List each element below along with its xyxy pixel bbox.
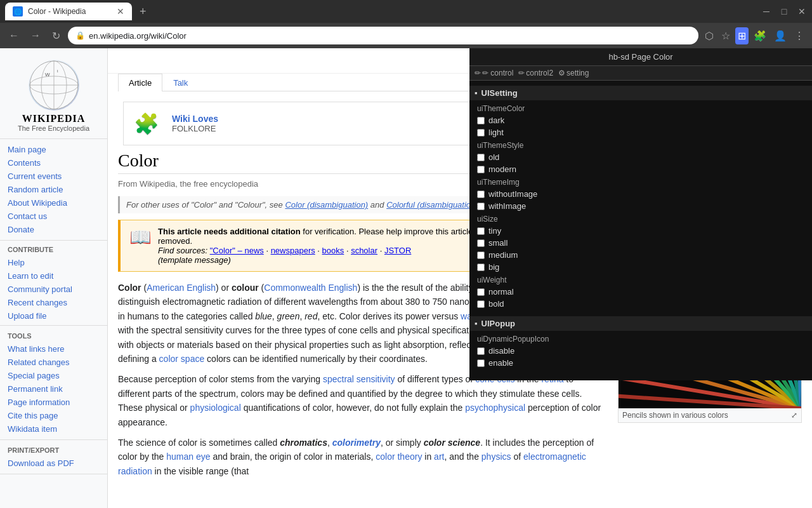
sidebar-item-main-page[interactable]: Main page bbox=[0, 143, 107, 156]
wikipedia-tagline: The Free Encyclopedia bbox=[5, 124, 102, 132]
tiny-checkbox[interactable] bbox=[477, 227, 485, 235]
normal-checkbox[interactable] bbox=[477, 288, 485, 296]
link-commonwealth-english[interactable]: Commonwealth English bbox=[264, 283, 357, 293]
without-image-label: withoutImage bbox=[488, 189, 537, 199]
sidebar-item-help[interactable]: Help bbox=[0, 256, 107, 269]
link-psychophysical[interactable]: psychophysical bbox=[465, 403, 525, 413]
find-sources-link-newspapers[interactable]: newspapers bbox=[271, 246, 315, 255]
without-image-checkbox[interactable] bbox=[477, 190, 485, 198]
link-physiological[interactable]: physiological bbox=[190, 403, 241, 413]
toolbar-actions: ⬡ ☆ ⊞ 🧩 👤 ⋮ bbox=[702, 27, 807, 44]
theme-style-modern[interactable]: modern bbox=[477, 163, 804, 175]
theme-color-light[interactable]: light bbox=[477, 126, 804, 138]
sidebar-item-current-events[interactable]: Current events bbox=[0, 170, 107, 183]
popup-control1-link[interactable]: ✏ ✏ control bbox=[475, 69, 513, 77]
disambig-link-color[interactable]: Color (disambiguation) bbox=[285, 200, 368, 210]
sidebar-item-community-portal[interactable]: Community portal bbox=[0, 283, 107, 296]
link-color-theory[interactable]: color theory bbox=[376, 451, 422, 462]
size-medium[interactable]: medium bbox=[477, 249, 804, 261]
theme-with-image[interactable]: withImage bbox=[477, 200, 804, 212]
sidebar-item-download-pdf[interactable]: Download as PDF bbox=[0, 457, 107, 470]
size-tiny[interactable]: tiny bbox=[477, 225, 804, 237]
sidebar-item-contact[interactable]: Contact us bbox=[0, 210, 107, 223]
small-checkbox[interactable] bbox=[477, 239, 485, 247]
close-tab-icon[interactable]: ✕ bbox=[117, 6, 124, 17]
enable-label: enable bbox=[488, 358, 513, 368]
tab-article[interactable]: Article bbox=[118, 74, 162, 91]
address-bar[interactable]: 🔒 en.wikipedia.org/wiki/Color bbox=[68, 27, 698, 44]
ui-setting-collapse-icon: ▪ bbox=[475, 88, 478, 98]
link-american-english[interactable]: American English bbox=[147, 283, 216, 293]
extensions-button[interactable]: ⬡ bbox=[702, 27, 716, 44]
tab-search-button[interactable]: ⊞ bbox=[735, 27, 749, 44]
disable-checkbox[interactable] bbox=[477, 347, 485, 355]
theme-without-image[interactable]: withoutImage bbox=[477, 188, 804, 200]
sidebar-item-about[interactable]: About Wikipedia bbox=[0, 196, 107, 210]
sidebar-item-random-article[interactable]: Random article bbox=[0, 183, 107, 196]
sidebar-item-contents[interactable]: Contents bbox=[0, 156, 107, 170]
sidebar-item-donate[interactable]: Donate bbox=[0, 223, 107, 236]
find-sources-link-books[interactable]: books bbox=[322, 246, 344, 255]
weight-bold[interactable]: bold bbox=[477, 298, 804, 310]
link-human-eye[interactable]: human eye bbox=[166, 451, 210, 462]
light-checkbox[interactable] bbox=[477, 129, 485, 137]
bookmark-button[interactable]: ☆ bbox=[719, 27, 733, 44]
theme-color-label: uiThemeColor bbox=[477, 104, 804, 113]
link-spectral-sensitivity[interactable]: spectral sensitivity bbox=[323, 374, 395, 384]
bold-label: bold bbox=[488, 299, 504, 309]
new-tab-button[interactable]: + bbox=[137, 3, 149, 21]
ui-popup-header: ▪ UIPopup bbox=[469, 316, 812, 331]
disambig-link-colorful[interactable]: Colorful (disambiguation) bbox=[386, 200, 478, 210]
link-color-space[interactable]: color space bbox=[159, 354, 205, 364]
browser-tab[interactable]: 🌐 Color - Wikipedia ✕ bbox=[5, 3, 132, 20]
image-caption-text: Pencils shown in various colors bbox=[622, 411, 728, 420]
theme-color-dark[interactable]: dark bbox=[477, 114, 804, 126]
link-art[interactable]: art bbox=[434, 451, 444, 462]
close-window-icon[interactable]: ✕ bbox=[797, 6, 807, 17]
sidebar-item-wikidata[interactable]: Wikidata item bbox=[0, 422, 107, 436]
with-image-checkbox[interactable] bbox=[477, 203, 485, 210]
enable-checkbox[interactable] bbox=[477, 359, 485, 367]
size-big[interactable]: big bbox=[477, 261, 804, 273]
sidebar-item-cite-page[interactable]: Cite this page bbox=[0, 409, 107, 422]
popup-setting-link[interactable]: ⚙ setting bbox=[558, 69, 589, 77]
forward-button[interactable]: → bbox=[27, 27, 44, 44]
sidebar-item-related-changes[interactable]: Related changes bbox=[0, 356, 107, 369]
modern-checkbox[interactable] bbox=[477, 166, 485, 173]
old-checkbox[interactable] bbox=[477, 154, 485, 161]
sidebar-item-upload-file[interactable]: Upload file bbox=[0, 309, 107, 323]
sidebar-item-page-information[interactable]: Page information bbox=[0, 396, 107, 409]
back-button[interactable]: ← bbox=[5, 27, 23, 44]
bold-checkbox[interactable] bbox=[477, 300, 485, 308]
sidebar-contribute-title: Contribute bbox=[0, 243, 107, 256]
extensions-puzzle-button[interactable]: 🧩 bbox=[751, 27, 769, 44]
tab-talk[interactable]: Talk bbox=[162, 74, 199, 91]
size-small[interactable]: small bbox=[477, 237, 804, 249]
link-physics[interactable]: physics bbox=[481, 451, 511, 462]
big-checkbox[interactable] bbox=[477, 264, 485, 271]
wiki-loves-text: Wiki Loves FOLKLORE bbox=[172, 114, 218, 133]
sidebar-item-recent-changes[interactable]: Recent changes bbox=[0, 296, 107, 309]
dark-checkbox[interactable] bbox=[477, 117, 485, 124]
dynamic-icon-disable[interactable]: disable bbox=[477, 345, 804, 357]
sidebar-item-what-links-here[interactable]: What links here bbox=[0, 342, 107, 356]
link-colorimetry[interactable]: colorimetry bbox=[332, 438, 381, 448]
refresh-button[interactable]: ↻ bbox=[48, 27, 64, 44]
weight-normal[interactable]: normal bbox=[477, 286, 804, 298]
big-label: big bbox=[488, 262, 499, 272]
find-sources-link-news[interactable]: "Color" – news bbox=[210, 246, 264, 255]
profile-button[interactable]: 👤 bbox=[771, 27, 789, 44]
sidebar-item-permanent-link[interactable]: Permanent link bbox=[0, 382, 107, 396]
maximize-icon[interactable]: □ bbox=[779, 6, 789, 17]
sidebar-item-learn-to-edit[interactable]: Learn to edit bbox=[0, 269, 107, 283]
expand-icon[interactable]: ⤢ bbox=[791, 411, 797, 420]
minimize-icon[interactable]: ─ bbox=[761, 6, 771, 17]
popup-control2-link[interactable]: ✏ control2 bbox=[518, 69, 553, 77]
dynamic-icon-enable[interactable]: enable bbox=[477, 357, 804, 369]
medium-checkbox[interactable] bbox=[477, 251, 485, 259]
menu-button[interactable]: ⋮ bbox=[792, 27, 807, 44]
find-sources-link-jstor[interactable]: JSTOR bbox=[384, 246, 411, 255]
theme-style-old[interactable]: old bbox=[477, 151, 804, 163]
sidebar-item-special-pages[interactable]: Special pages bbox=[0, 369, 107, 382]
find-sources-link-scholar[interactable]: scholar bbox=[351, 246, 377, 255]
